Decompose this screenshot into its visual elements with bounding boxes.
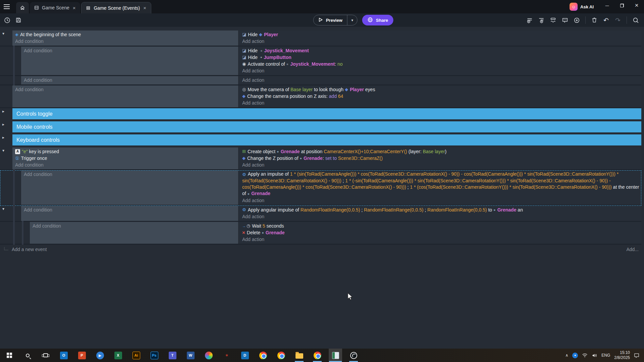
action-row[interactable]: ×Delete ●Grenade: [242, 229, 641, 236]
cube-icon: ◆: [242, 93, 246, 100]
word-icon[interactable]: W: [184, 349, 197, 362]
chrome-profile3-icon[interactable]: [311, 349, 324, 362]
delete-event-icon[interactable]: [589, 15, 599, 25]
add-action-link[interactable]: Add action: [242, 77, 641, 83]
wifi-icon[interactable]: [582, 353, 588, 358]
redo-icon[interactable]: ↷: [613, 15, 623, 25]
illustrator-icon[interactable]: Ai: [129, 349, 143, 362]
condition-row[interactable]: ①Trigger once: [15, 155, 238, 162]
tab-game-scene-events[interactable]: Game Scene (Events) ×: [81, 2, 151, 13]
hidden-icons-chevron-icon[interactable]: ∧: [565, 353, 568, 358]
collapse-chevron-icon[interactable]: ▾: [2, 148, 4, 153]
gdevelop-taskbar-icon[interactable]: [329, 349, 342, 362]
restore-button[interactable]: [614, 0, 629, 11]
search-icon[interactable]: [631, 15, 641, 25]
action-row[interactable]: ◉Activate control of ●Joystick_Movement:…: [242, 61, 641, 67]
camera-icon: ◎: [242, 86, 246, 93]
movies-tv-icon[interactable]: ▶: [93, 349, 107, 362]
add-action-link[interactable]: Add action: [242, 38, 641, 45]
text-segment: Change the Z position of: [247, 155, 300, 162]
add-condition-link[interactable]: Add condition: [15, 162, 238, 168]
volume-icon[interactable]: [592, 353, 597, 358]
action-row[interactable]: ◆Change the camera position on Z axis: a…: [242, 93, 641, 100]
action-row[interactable]: ◪Hide ●JumpButton: [242, 54, 641, 61]
powerpoint-icon[interactable]: P: [75, 349, 89, 362]
close-tab-icon[interactable]: ×: [72, 5, 76, 11]
tab-game-scene[interactable]: Game Scene ×: [30, 2, 80, 13]
collapse-chevron-icon[interactable]: ▸: [2, 109, 4, 114]
preview-button[interactable]: Preview ▾: [313, 15, 358, 25]
collapse-chevron-icon[interactable]: ▸: [2, 122, 4, 127]
add-event-icon[interactable]: [525, 15, 535, 25]
tray-app-icon[interactable]: ●: [572, 353, 578, 358]
obs-icon[interactable]: [347, 349, 360, 362]
undo-icon[interactable]: ↶: [601, 15, 611, 25]
add-circle-icon[interactable]: [572, 15, 582, 25]
add-condition-link[interactable]: Add condition: [24, 47, 238, 54]
save-icon[interactable]: [13, 15, 23, 25]
start-button[interactable]: [3, 349, 16, 362]
paint-icon[interactable]: [202, 349, 215, 362]
close-button[interactable]: ×: [629, 0, 644, 11]
collapse-chevron-icon[interactable]: ▾: [2, 206, 4, 211]
add-condition-link[interactable]: Add condition: [24, 171, 238, 178]
text-segment: set to: [325, 155, 337, 162]
add-other-event-icon[interactable]: [548, 15, 558, 25]
action-row[interactable]: →◷Wait 5 seconds: [242, 223, 641, 229]
add-condition-link[interactable]: Add condition: [15, 38, 238, 45]
ask-ai-button[interactable]: ☺ Ask AI: [570, 3, 594, 11]
add-comment-icon[interactable]: [560, 15, 570, 25]
collapse-chevron-icon[interactable]: ▸: [2, 135, 4, 140]
file-explorer-icon[interactable]: [292, 349, 306, 362]
add-condition-link[interactable]: Add condition: [15, 86, 238, 93]
action-row[interactable]: ◪Hide ◆Player: [242, 31, 641, 38]
add-action-link[interactable]: Add action: [242, 162, 641, 168]
add-more-link[interactable]: Add...: [626, 247, 639, 252]
puzzle-icon[interactable]: ✶: [220, 349, 233, 362]
clock[interactable]: 15:10 2/8/2025: [614, 350, 630, 360]
add-action-link[interactable]: Add action: [242, 100, 641, 106]
grenade-icon: ●: [248, 191, 250, 197]
text-segment: ;: [360, 206, 364, 213]
add-action-link[interactable]: Add action: [242, 236, 641, 243]
collapse-chevron-icon[interactable]: ▾: [2, 31, 4, 36]
tab-home[interactable]: [16, 2, 29, 13]
action-row[interactable]: ◆Change the Z position of ●Grenade: set …: [242, 155, 641, 162]
add-condition-link[interactable]: Add condition: [33, 223, 238, 229]
group-header[interactable]: Mobile controls: [12, 121, 641, 132]
photoshop-icon[interactable]: Ps: [148, 349, 161, 362]
action-row[interactable]: ◎Move the camera of Base layer to look t…: [242, 86, 641, 93]
preview-dropdown-chevron-icon[interactable]: ▾: [347, 15, 357, 25]
add-action-link[interactable]: Add action: [242, 213, 641, 220]
excel-icon[interactable]: X: [111, 349, 125, 362]
action-row[interactable]: ⚙Apply angular impulse of RandomFloatInR…: [242, 206, 641, 213]
share-button[interactable]: Share: [362, 15, 393, 25]
add-new-event-link[interactable]: Add a new event: [12, 247, 47, 252]
chrome-profile2-icon[interactable]: [274, 349, 288, 362]
action-row[interactable]: ⚙Apply an impulse of 1 * (sin(ToRad(Came…: [242, 171, 641, 197]
group-header[interactable]: Controls toggle: [12, 108, 641, 119]
minimize-button[interactable]: ─: [600, 0, 614, 11]
add-action-link[interactable]: Add action: [242, 197, 641, 204]
condition-row[interactable]: ◈At the beginning of the scene: [15, 31, 238, 38]
action-row[interactable]: ⊞Create object ●Grenade at position Came…: [242, 148, 641, 155]
event-block: ▾◈At the beginning of the sceneAdd condi…: [0, 31, 641, 47]
keyboard-language[interactable]: ENG: [601, 353, 610, 358]
history-icon[interactable]: [2, 15, 12, 25]
group-header[interactable]: Keyboard controls: [12, 134, 641, 145]
outlook-icon[interactable]: O: [57, 349, 70, 362]
task-view-button[interactable]: [39, 349, 52, 362]
search-button[interactable]: [21, 349, 34, 362]
chrome-profile1-icon[interactable]: [256, 349, 270, 362]
main-menu-icon[interactable]: [0, 0, 13, 13]
close-tab-icon[interactable]: ×: [143, 5, 147, 11]
notification-center-icon[interactable]: [634, 353, 639, 358]
action-row[interactable]: ◪Hide ●Joystick_Movement: [242, 47, 641, 54]
add-condition-link[interactable]: Add condition: [24, 206, 238, 213]
teams-icon[interactable]: T: [166, 349, 179, 362]
condition-row[interactable]: A"e" key is pressed: [15, 148, 238, 155]
d-tool-icon[interactable]: D: [238, 349, 252, 362]
add-condition-link[interactable]: Add condition: [24, 77, 238, 83]
add-action-link[interactable]: Add action: [242, 67, 641, 74]
add-subevent-icon[interactable]: [536, 15, 546, 25]
